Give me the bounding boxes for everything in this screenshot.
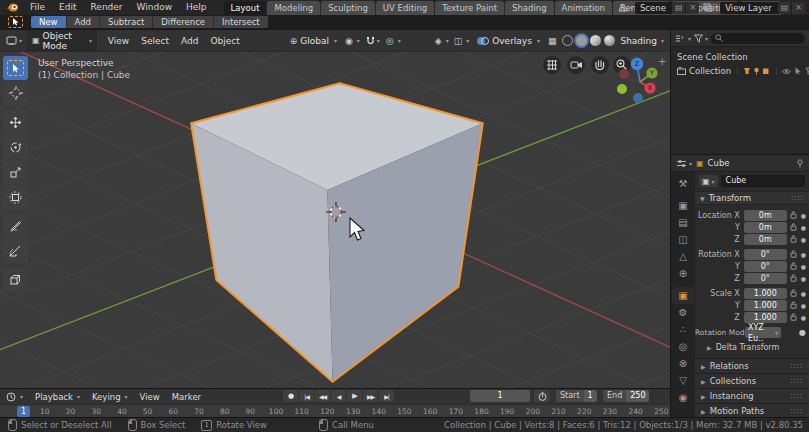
scene-new-button[interactable]: ▤ xyxy=(671,2,686,14)
scene-icon[interactable]: ▾ xyxy=(618,3,633,12)
view-layer-icon[interactable]: ▾ xyxy=(703,3,718,12)
panel-grip-icon[interactable]: ∷∷ xyxy=(791,377,803,386)
animate-dot-icon[interactable]: ● xyxy=(801,224,806,231)
filter-dropdown[interactable]: ▾ xyxy=(694,34,708,43)
lock-icon[interactable] xyxy=(790,274,797,282)
jump-to-end-button[interactable]: ▶| xyxy=(379,390,394,402)
axis-minus-x[interactable] xyxy=(619,69,629,79)
transform-value-field[interactable]: 0° xyxy=(744,261,787,272)
measure-tool[interactable] xyxy=(3,239,28,263)
object-menu[interactable]: Object xyxy=(204,36,245,46)
proportional-editing-dropdown[interactable]: ◎ ▾ xyxy=(386,36,401,46)
viewport-canvas[interactable]: Z Y X + User Perspective (1) Collection … xyxy=(0,52,670,388)
animate-dot-icon[interactable]: ● xyxy=(801,263,806,270)
tab-physics[interactable]: ◎ xyxy=(672,338,694,355)
lock-icon[interactable] xyxy=(790,211,797,219)
topbar-menu-item[interactable]: Render xyxy=(84,0,130,15)
select-mode-button[interactable]: Intersect xyxy=(214,16,268,28)
next-keyframe-button[interactable]: ▶▶ xyxy=(363,390,378,402)
rotation-mode-dropdown[interactable]: XYZ Eu.. ▾ xyxy=(745,327,781,338)
pin-icon[interactable] xyxy=(796,159,804,168)
tab-constraints[interactable]: ⊗ xyxy=(672,355,694,372)
animate-dot-icon[interactable]: ● xyxy=(801,275,806,282)
transform-value-field[interactable]: 1.000 xyxy=(744,300,787,311)
shading-dropdown[interactable]: Shading ▾ xyxy=(620,36,664,46)
show-gizmo-dropdown[interactable]: ◈ ▾ xyxy=(435,36,449,46)
object-type-chip[interactable]: ▣▾ xyxy=(699,175,718,187)
scale-tool[interactable] xyxy=(3,160,28,184)
tab-render[interactable]: ▣ xyxy=(672,197,694,214)
section-instancing[interactable]: ▶ Instancing ∷∷ xyxy=(695,388,809,403)
selectable-pointer-icon[interactable] xyxy=(795,67,801,75)
prev-keyframe-button[interactable]: ◀◀ xyxy=(315,390,330,402)
panel-grip-icon[interactable]: ∷∷ xyxy=(791,407,803,416)
workspace-tab[interactable]: Sculpting xyxy=(321,1,375,15)
animate-dot-icon[interactable]: ● xyxy=(801,314,806,321)
nav-button-camera[interactable] xyxy=(567,56,585,74)
transform-value-field[interactable]: 0° xyxy=(744,273,787,284)
display-mode-dropdown[interactable]: ▾ xyxy=(675,34,691,43)
transform-tool[interactable] xyxy=(3,185,28,209)
outliner-search-input[interactable] xyxy=(711,33,805,44)
current-frame-field[interactable]: 1 xyxy=(470,390,530,402)
workspace-tab[interactable]: Shading xyxy=(505,1,554,15)
select-mode-button[interactable]: New xyxy=(31,16,67,28)
annotate-tool[interactable] xyxy=(3,214,28,238)
panel-grip-icon[interactable]: ∷∷ xyxy=(791,362,803,371)
tab-modifiers[interactable]: ⚙ xyxy=(672,304,694,321)
axis-minus-y[interactable] xyxy=(617,84,627,94)
wireframe-shading-button[interactable] xyxy=(562,35,573,46)
workspace-tab[interactable]: UV Editing xyxy=(376,1,434,15)
select-mode-button[interactable]: Difference xyxy=(153,16,214,28)
xray-toggle[interactable]: ▦ xyxy=(548,36,557,46)
topbar-menu-item[interactable]: File xyxy=(23,0,52,15)
outliner-row-scene-collection[interactable]: Scene Collection xyxy=(671,50,809,64)
tab-tool[interactable]: ⚒ xyxy=(672,175,694,192)
topbar-menu-item[interactable]: Help xyxy=(179,0,214,15)
animate-dot-icon[interactable]: ● xyxy=(801,212,806,219)
outliner-row-collection[interactable]: Collection xyxy=(671,64,809,78)
snap-toggle[interactable]: ▾ xyxy=(366,36,380,46)
nav-button-grid[interactable] xyxy=(543,56,561,74)
scene-unlink-button[interactable]: × xyxy=(685,2,699,14)
animate-dot-icon[interactable]: ● xyxy=(801,290,806,297)
play-button[interactable]: ▶ xyxy=(347,390,362,402)
view-layer-new-button[interactable]: ▤ xyxy=(777,2,792,14)
tab-particles[interactable]: ∴ xyxy=(672,321,694,338)
select-mode-button[interactable]: Add xyxy=(67,16,100,28)
blender-logo-icon[interactable] xyxy=(6,2,19,13)
workspace-tab[interactable]: Animation xyxy=(555,1,612,15)
workspace-tab[interactable]: Modeling xyxy=(267,1,320,15)
material-preview-button[interactable] xyxy=(590,35,601,46)
transform-value-field[interactable]: 1.000 xyxy=(744,288,787,299)
view-layer-name-field[interactable]: View Layer xyxy=(720,2,777,14)
add-cube-tool[interactable] xyxy=(3,268,28,292)
timeline-editor-type-button[interactable]: ▾ xyxy=(0,392,29,402)
lock-icon[interactable] xyxy=(790,301,797,309)
select-menu[interactable]: Select xyxy=(135,36,175,46)
select-box-tool[interactable] xyxy=(3,56,28,80)
jump-to-start-button[interactable]: |◀ xyxy=(299,390,314,402)
add-menu[interactable]: Add xyxy=(175,36,204,46)
animate-dot-icon[interactable]: ● xyxy=(799,328,806,337)
move-tool[interactable] xyxy=(3,110,28,134)
keying-menu[interactable]: Keying▾ xyxy=(86,392,134,402)
playback-menu[interactable]: Playback▾ xyxy=(29,392,86,402)
playhead-marker[interactable]: 1 xyxy=(17,406,30,417)
topbar-menu-item[interactable]: Edit xyxy=(52,0,83,15)
frame-end-field[interactable]: End250 xyxy=(603,390,649,402)
default-cube[interactable] xyxy=(191,83,483,381)
tab-scene[interactable]: △ xyxy=(672,248,694,265)
tab-object-data[interactable]: ▽ xyxy=(672,372,694,389)
workspace-tab[interactable]: Layout xyxy=(224,1,267,15)
tab-object[interactable]: ▣ xyxy=(672,287,694,304)
transform-value-field[interactable]: 0m xyxy=(744,234,787,245)
transform-value-field[interactable]: 0m xyxy=(744,222,787,233)
tab-view-layer[interactable]: ◫ xyxy=(672,231,694,248)
auto-keying-button[interactable]: ● xyxy=(283,390,298,402)
animate-dot-icon[interactable]: ● xyxy=(801,302,806,309)
section-relations[interactable]: ▶ Relations ∷∷ xyxy=(695,358,809,373)
view-menu[interactable]: View xyxy=(134,392,166,402)
panel-grip-icon[interactable]: ∷∷ xyxy=(791,392,803,401)
section-motion-paths[interactable]: ▶ Motion Paths ∷∷ xyxy=(695,403,809,417)
